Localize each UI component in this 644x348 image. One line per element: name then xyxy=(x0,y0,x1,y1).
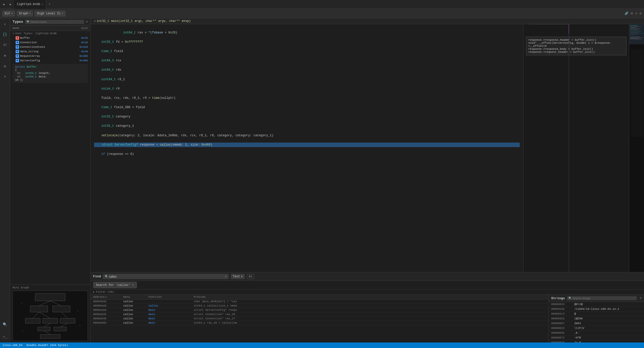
function-header: ⊕ int32_t main(int32_t argc, char** argv… xyxy=(91,18,644,24)
find-label: Find xyxy=(93,275,101,278)
tab-close-icon[interactable]: ✕ xyxy=(42,3,43,6)
sidebar-icon-debug[interactable]: ⚙ xyxy=(2,63,9,70)
svg-line-9 xyxy=(39,312,50,318)
badge-buffer: S xyxy=(16,36,19,40)
settings-icon[interactable]: ⚙ xyxy=(640,12,641,15)
sidebar-icon-logo[interactable]: ✦ xyxy=(2,20,9,27)
graph-chevron-icon: ▾ xyxy=(29,12,30,15)
code-block: int64_t rax = *(fsbase + 0x28) int32_t f… xyxy=(91,24,523,163)
tree-item-connection[interactable]: S Connection 0x18 xyxy=(10,40,90,45)
list-item[interactable]: 00000072 ~d?R xyxy=(549,335,644,340)
svg-rect-23 xyxy=(630,25,638,26)
svg-rect-31 xyxy=(630,31,641,32)
strings-menu-icon[interactable]: ≡ xyxy=(640,296,641,300)
col-function-header: Function xyxy=(148,295,194,298)
svg-rect-37 xyxy=(630,37,643,38)
tree-item-requestarray[interactable]: S RequestArray 0x388 xyxy=(10,54,90,58)
code-scroll-area[interactable]: int64_t rax = *(fsbase + 0x28) int32_t f… xyxy=(91,24,523,272)
svg-rect-26 xyxy=(630,28,636,28)
types-search-box[interactable]: 🔍 xyxy=(25,20,84,24)
table-row[interactable]: 0000a56b calloc main int64_t rax_25 = ca… xyxy=(91,321,548,325)
status-bar: linux-x86_64 0xa3b1-0xa3b7 (0x6 bytes) xyxy=(0,342,644,348)
back-button[interactable]: ◀ xyxy=(0,0,7,9)
list-item[interactable]: 00000816 \tJF)V xyxy=(549,326,644,331)
svg-line-8 xyxy=(33,312,39,318)
badge-data-string: S xyxy=(16,50,19,53)
list-item[interactable]: 0000032a (@Z%0 xyxy=(549,316,644,321)
elf-button[interactable]: ELF ▾ xyxy=(3,11,15,16)
search-for-button[interactable]: Search for 'calloc' ✕ xyxy=(93,282,137,288)
minimap[interactable] xyxy=(629,24,644,272)
table-row[interactable]: 00009ea0 calloc calloc int64_t calloc(si… xyxy=(91,304,548,308)
table-row[interactable]: 0000a52b calloc main struct Connection* … xyxy=(91,312,548,317)
mini-graph-title: Mini Graph xyxy=(13,286,88,289)
svg-rect-28 xyxy=(630,29,640,29)
strings-search-input[interactable] xyxy=(573,297,635,300)
aa-button[interactable]: Aa xyxy=(247,274,254,279)
strings-search-icon: 🔍 xyxy=(569,297,572,300)
sidebar-icon-xref[interactable]: ⌖ xyxy=(2,73,9,80)
find-bar: Find 🔍 ✕ Text ▾ Aa xyxy=(91,272,644,281)
col-size-header: Size xyxy=(73,27,88,30)
list-item[interactable]: 00000034 @8\t@ xyxy=(549,302,644,307)
list-item[interactable]: 000002c3 @ xyxy=(549,312,644,316)
fn-icon: ⊕ xyxy=(94,20,96,23)
table-row[interactable]: 0000a3a9 calloc main struct ServerConfig… xyxy=(91,308,548,312)
find-input-wrap[interactable]: 🔍 ✕ xyxy=(103,274,229,279)
svg-rect-33 xyxy=(630,33,644,33)
svg-line-7 xyxy=(50,301,62,306)
tab-lighttpd[interactable]: lighttpd.bndb ✕ xyxy=(14,0,46,9)
types-tree: ▾ User Types: lighttpd.bndb S Buffer 0x1… xyxy=(10,31,90,284)
hlil-chevron-icon: ▾ xyxy=(62,12,63,15)
tree-item-data-string[interactable]: S data_string 0x48 xyxy=(10,49,90,54)
tree-item-serverconfig[interactable]: S ServerConfig 0x468 xyxy=(10,58,90,63)
status-arch: linux-x86_64 xyxy=(3,344,22,347)
sort-addr-icon: ⇅ xyxy=(105,296,107,298)
results-table[interactable]: Address ⇅ Data Function Preview xyxy=(91,295,548,342)
types-search-input[interactable] xyxy=(31,20,83,23)
find-clear-button[interactable]: ✕ xyxy=(225,275,227,278)
list-item[interactable]: 0000083b ,E-` xyxy=(549,331,644,335)
filter-bar[interactable]: ▶ Filter (50) xyxy=(91,289,644,295)
list-item[interactable]: 0000096d Jy.F xyxy=(549,340,644,342)
types-menu-icon[interactable]: ≡ xyxy=(86,20,88,24)
search-close-icon[interactable]: ✕ xyxy=(132,283,134,287)
svg-rect-27 xyxy=(630,28,641,29)
filter-label: Filter (50) xyxy=(96,290,114,293)
type-selector[interactable]: Text ▾ xyxy=(231,274,245,279)
hlil-button[interactable]: High Level IL ▾ xyxy=(35,11,65,16)
types-group-header[interactable]: ▾ User Types: lighttpd.bndb xyxy=(10,31,90,36)
svg-line-6 xyxy=(39,301,50,306)
sidebar-icon-search[interactable]: 🔍 xyxy=(2,321,9,328)
strings-search-box[interactable]: 🔍 xyxy=(567,296,637,300)
svg-rect-12 xyxy=(54,327,66,331)
graph-button[interactable]: Graph ▾ xyxy=(17,11,33,16)
link-icon[interactable]: 🔗 xyxy=(625,12,628,15)
menu-icon[interactable]: ≡ xyxy=(635,12,637,15)
struct-preview: struct Buffer { 00 int64_t length; 08 in… xyxy=(13,64,88,83)
svg-rect-11 xyxy=(38,327,50,331)
layout-icon[interactable]: ⊞ xyxy=(631,12,633,15)
col-preview-header: Preview xyxy=(194,295,546,298)
table-row[interactable]: 0000484b calloc char data_484b[0x7] = "c… xyxy=(91,299,548,304)
graph-connectors xyxy=(524,24,629,272)
strings-header: Strings 🔍 ≡ xyxy=(549,295,644,302)
sidebar-icon-types[interactable]: {} xyxy=(2,31,9,38)
find-input[interactable] xyxy=(109,275,224,278)
sidebar-icon-terminal[interactable]: >_ xyxy=(2,333,9,340)
col-data-header: Data xyxy=(123,295,148,298)
svg-rect-36 xyxy=(630,37,640,37)
svg-line-16 xyxy=(44,331,50,334)
sidebar-icon-tags[interactable]: 🏷 xyxy=(2,41,9,49)
tree-item-buffer[interactable]: S Buffer 0x10 xyxy=(10,36,90,40)
svg-point-18 xyxy=(77,311,78,311)
list-item[interactable]: 00000807 Zmh4 xyxy=(549,321,644,326)
list-item[interactable]: 00000238 /lib64/ld-linux-x86-64.so.2 xyxy=(549,307,644,312)
table-row[interactable]: 0000a54b calloc main struct Connection* … xyxy=(91,317,548,321)
mini-graph-canvas[interactable] xyxy=(13,291,88,341)
new-tab-button[interactable]: + xyxy=(46,0,53,9)
sidebar-icon-nav[interactable]: ⊕ xyxy=(2,52,9,59)
tree-item-connectionstate[interactable]: S ConnectionState 0x428 xyxy=(10,45,90,49)
forward-button[interactable]: ▶ xyxy=(7,0,14,9)
results-area: Address ⇅ Data Function Preview xyxy=(91,295,644,342)
